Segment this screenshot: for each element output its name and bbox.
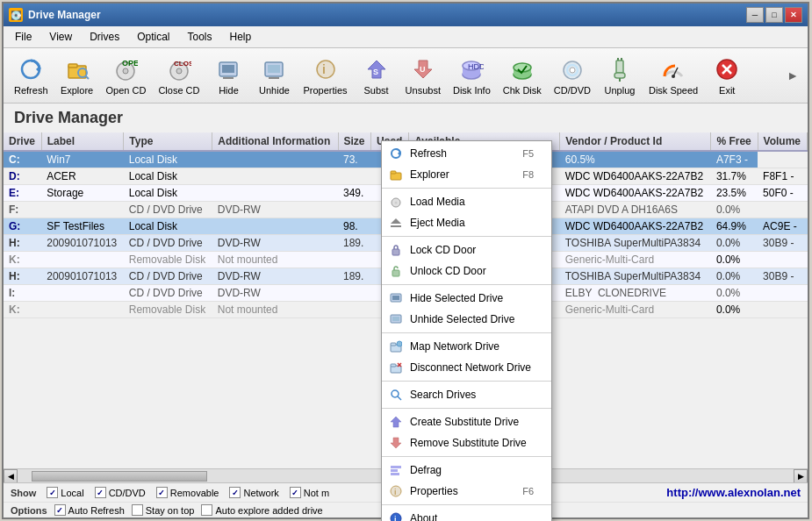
show-local-checkbox[interactable]: Local: [47, 487, 83, 498]
unhide-tool-btn[interactable]: Unhide: [252, 52, 296, 99]
unsubst-tool-btn[interactable]: U Unsubst: [400, 52, 446, 99]
col-type: Type: [124, 132, 212, 151]
ctx-create-subst-icon: [389, 415, 403, 429]
svg-rect-16: [268, 65, 280, 73]
svg-point-58: [397, 341, 402, 346]
cell-pct-free: 23.5%: [711, 185, 758, 202]
auto-refresh-cb-box[interactable]: [54, 504, 66, 516]
show-cddvd-checkbox[interactable]: CD/DVD: [95, 487, 146, 498]
cell-drive: C:: [4, 151, 41, 168]
local-cb-box[interactable]: [47, 487, 58, 498]
auto-explore-checkbox[interactable]: Auto explore added drive: [201, 504, 322, 516]
ctx-map-network[interactable]: Map Network Drive: [382, 336, 551, 357]
hide-tool-btn[interactable]: Hide: [206, 52, 250, 99]
cd-dvd-tool-btn[interactable]: CD/DVD: [549, 52, 596, 99]
disk-info-icon: HDD: [457, 55, 485, 83]
ctx-unhide-drive[interactable]: Unhide Selected Drive: [382, 309, 551, 330]
ctx-refresh-shortcut: F5: [522, 148, 534, 159]
refresh-tool-label: Refresh: [14, 85, 48, 96]
cell-additional: [212, 218, 338, 235]
cell-vendor: WDC WD6400AAKS-22A7B2: [560, 218, 711, 235]
unplug-tool-btn[interactable]: Unplug: [598, 52, 642, 99]
window-icon: 💽: [9, 8, 23, 22]
show-notmounted-label: Not m: [304, 488, 329, 498]
disk-speed-icon: [659, 55, 687, 83]
ctx-lock-cd[interactable]: Lock CD Door: [382, 239, 551, 260]
ctx-about-label: About: [410, 512, 437, 521]
cell-volume: 50F0 -: [758, 185, 807, 202]
col-pct-free: % Free: [711, 132, 758, 151]
refresh-tool-icon: [17, 55, 45, 83]
removable-cb-box[interactable]: [156, 487, 168, 498]
cell-label: 200901071013: [41, 268, 124, 285]
hide-label: Hide: [219, 85, 239, 96]
ctx-search-drives[interactable]: Search Drives: [382, 384, 551, 405]
cell-drive: H:: [4, 235, 41, 252]
close-cd-tool-btn[interactable]: CLOSE Close CD: [153, 52, 205, 99]
menu-optical[interactable]: Optical: [129, 28, 177, 46]
cell-additional: [212, 151, 338, 168]
unhide-icon: [260, 55, 288, 83]
menu-view[interactable]: View: [41, 28, 80, 46]
menu-tools[interactable]: Tools: [180, 28, 220, 46]
stay-on-top-cb-box[interactable]: [132, 504, 143, 516]
show-removable-checkbox[interactable]: Removable: [156, 487, 219, 498]
show-local-label: Local: [61, 488, 83, 498]
exit-tool-btn[interactable]: Exit: [705, 52, 749, 99]
disk-speed-tool-btn[interactable]: Disk Speed: [643, 52, 703, 99]
auto-refresh-checkbox[interactable]: Auto Refresh: [54, 504, 125, 516]
h-scrollbar-thumb[interactable]: [32, 471, 207, 482]
ctx-about[interactable]: i About: [382, 508, 551, 521]
auto-refresh-label: Auto Refresh: [68, 505, 125, 516]
cell-type: CD / DVD Drive: [124, 202, 212, 218]
ctx-lock-label: Lock CD Door: [410, 244, 476, 256]
ctx-properties[interactable]: i Properties F6: [382, 481, 551, 502]
ctx-sep-1: [382, 188, 551, 189]
stay-on-top-checkbox[interactable]: Stay on top: [132, 504, 195, 516]
scroll-right-btn[interactable]: ▶: [794, 469, 808, 483]
menu-file[interactable]: File: [7, 28, 40, 46]
menu-drives[interactable]: Drives: [82, 28, 127, 46]
svg-rect-55: [392, 317, 399, 321]
window-title: Drive Manager: [28, 9, 101, 21]
svg-rect-65: [391, 466, 401, 468]
open-cd-tool-btn[interactable]: OPEN Open CD: [101, 52, 152, 99]
explore-tool-btn[interactable]: Explore: [55, 52, 99, 99]
maximize-btn[interactable]: □: [765, 7, 783, 23]
ctx-unlock-cd[interactable]: Unlock CD Door: [382, 260, 551, 282]
chk-disk-tool-btn[interactable]: Chk Disk: [498, 52, 547, 99]
notmounted-cb-box[interactable]: [290, 487, 301, 498]
ctx-hide-drive[interactable]: Hide Selected Drive: [382, 288, 551, 309]
show-network-checkbox[interactable]: Network: [229, 487, 278, 498]
ctx-refresh-label: Refresh: [410, 147, 447, 160]
ctx-create-subst[interactable]: Create Substitute Drive: [382, 411, 551, 432]
disk-speed-label: Disk Speed: [649, 85, 698, 96]
cddvd-cb-box[interactable]: [95, 487, 106, 498]
refresh-tool-btn[interactable]: Refresh: [9, 52, 54, 99]
ctx-explorer[interactable]: Explorer F8: [382, 164, 551, 185]
ctx-defrag[interactable]: Defrag: [382, 460, 551, 481]
disk-info-tool-btn[interactable]: HDD Disk Info: [448, 52, 496, 99]
toolbar-more-arrow[interactable]: ►: [783, 65, 802, 86]
minimize-btn[interactable]: ─: [746, 7, 764, 23]
menu-help[interactable]: Help: [222, 28, 260, 46]
scroll-left-btn[interactable]: ◀: [4, 469, 18, 483]
cell-additional: DVD-RW: [212, 202, 338, 218]
ctx-eject-media[interactable]: Eject Media: [382, 212, 551, 233]
ctx-refresh[interactable]: Refresh F5: [382, 143, 551, 164]
ctx-remove-subst[interactable]: Remove Substitute Drive: [382, 432, 551, 453]
ctx-search-label: Search Drives: [410, 389, 476, 401]
svg-point-38: [672, 75, 675, 78]
unsubst-icon: U: [409, 55, 437, 83]
ctx-disconnect-network[interactable]: Disconnect Network Drive: [382, 357, 551, 378]
cell-label: [41, 285, 124, 302]
network-cb-box[interactable]: [229, 487, 241, 498]
close-btn[interactable]: ✕: [785, 7, 802, 23]
properties-tool-btn[interactable]: i Properties: [298, 52, 352, 99]
ctx-hide-label: Hide Selected Drive: [410, 292, 503, 304]
subst-tool-btn[interactable]: S Subst: [355, 52, 399, 99]
auto-explore-cb-box[interactable]: [201, 504, 212, 516]
ctx-load-media[interactable]: Load Media: [382, 191, 551, 212]
cell-label: Win7: [41, 151, 124, 168]
show-notmounted-checkbox[interactable]: Not m: [290, 487, 329, 498]
